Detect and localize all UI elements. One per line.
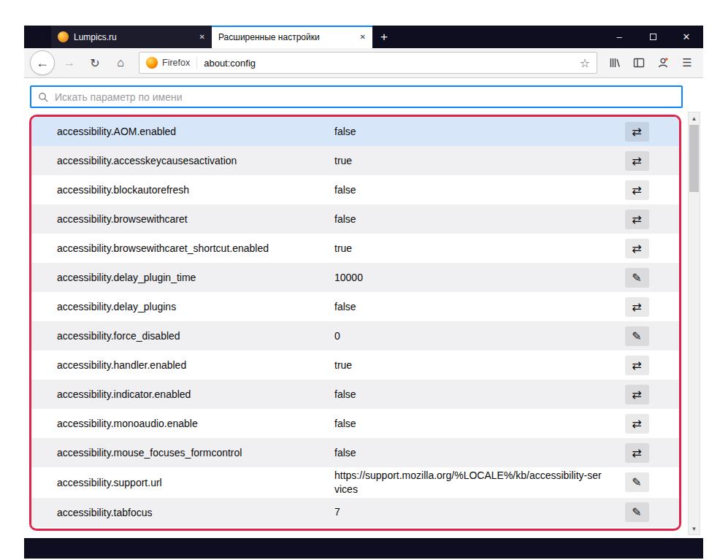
toggle-button[interactable]: ⇄ bbox=[625, 122, 649, 142]
tab-title: Lumpics.ru bbox=[74, 32, 117, 42]
bookmark-star-icon[interactable]: ☆ bbox=[580, 56, 590, 70]
pref-row[interactable]: accessibility.support.url https://suppor… bbox=[31, 467, 679, 498]
pref-name: accessibility.monoaudio.enable bbox=[57, 418, 334, 429]
pref-row[interactable]: accessibility.force_disabled 0 ✎ bbox=[31, 321, 679, 350]
pref-action-cell: ⇄ bbox=[615, 210, 659, 229]
lumpics-favicon-icon bbox=[58, 31, 69, 42]
edit-button[interactable]: ✎ bbox=[625, 502, 649, 522]
toggle-button[interactable]: ⇄ bbox=[625, 414, 649, 434]
pref-value: false bbox=[334, 446, 615, 460]
pref-action-cell: ⇄ bbox=[615, 443, 659, 463]
pref-row[interactable]: accessibility.browsewithcaret_shortcut.e… bbox=[31, 234, 679, 263]
minimize-button[interactable]: – bbox=[602, 26, 636, 48]
pref-value: false bbox=[334, 388, 615, 402]
close-button[interactable]: ✕ bbox=[670, 26, 703, 48]
home-button[interactable]: ⌂ bbox=[110, 52, 131, 74]
prefs-highlight-frame: accessibility.AOM.enabled false ⇄ access… bbox=[29, 115, 681, 531]
search-input[interactable]: Искать параметр по имени bbox=[30, 85, 683, 108]
tab-close-icon[interactable]: ✕ bbox=[199, 33, 205, 41]
pref-action-cell: ⇄ bbox=[615, 356, 659, 375]
pref-row[interactable]: accessibility.delay_plugins false ⇄ bbox=[31, 292, 679, 321]
pref-name: accessibility.tabfocus bbox=[57, 507, 334, 518]
library-icon[interactable] bbox=[605, 53, 625, 73]
reload-button[interactable]: ↻ bbox=[84, 52, 106, 74]
search-icon bbox=[38, 92, 48, 102]
scrollbar-thumb[interactable] bbox=[689, 125, 699, 192]
prefs-list: accessibility.AOM.enabled false ⇄ access… bbox=[31, 117, 679, 527]
edit-button[interactable]: ✎ bbox=[625, 472, 649, 492]
identity-box[interactable]: Firefox bbox=[146, 57, 197, 69]
pref-action-cell: ✎ bbox=[615, 472, 659, 492]
toggle-button[interactable]: ⇄ bbox=[625, 210, 649, 229]
account-icon[interactable] bbox=[653, 53, 673, 73]
url-bar[interactable]: Firefox about:config ☆ bbox=[139, 52, 597, 74]
pref-value: false bbox=[334, 212, 615, 226]
pref-row[interactable]: accessibility.indicator.enabled false ⇄ bbox=[31, 380, 679, 409]
pref-value: false bbox=[334, 300, 615, 314]
pref-name: accessibility.support.url bbox=[57, 477, 334, 488]
scroll-up-icon[interactable]: ▲ bbox=[689, 112, 700, 124]
pref-name: accessibility.AOM.enabled bbox=[57, 126, 334, 137]
firefox-icon bbox=[146, 57, 158, 69]
pref-action-cell: ✎ bbox=[615, 268, 659, 288]
pref-name: accessibility.delay_plugins bbox=[57, 301, 334, 312]
forward-button[interactable]: → bbox=[58, 52, 80, 74]
tab-advanced-settings[interactable]: Расширенные настройки ✕ bbox=[212, 26, 372, 48]
new-tab-button[interactable]: + bbox=[372, 26, 396, 48]
pref-value: true bbox=[334, 154, 615, 168]
browser-window: Lumpics.ru ✕ Расширенные настройки ✕ + –… bbox=[24, 26, 703, 559]
pref-value: 10000 bbox=[334, 271, 615, 285]
toggle-button[interactable]: ⇄ bbox=[625, 356, 649, 375]
tab-title: Расширенные настройки bbox=[218, 32, 320, 42]
window-controls: – ✕ bbox=[602, 26, 703, 48]
sidebar-icon[interactable] bbox=[629, 53, 649, 73]
pref-row[interactable]: accessibility.mouse_focuses_formcontrol … bbox=[31, 438, 679, 467]
nav-toolbar: ← → ↻ ⌂ Firefox about:config ☆ ☰ bbox=[24, 48, 703, 78]
menu-icon[interactable]: ☰ bbox=[677, 53, 697, 73]
pref-name: accessibility.delay_plugin_time bbox=[57, 272, 334, 283]
scroll-down-icon[interactable]: ▼ bbox=[689, 523, 700, 534]
tab-lumpics[interactable]: Lumpics.ru ✕ bbox=[51, 26, 212, 48]
pref-row[interactable]: accessibility.handler.enabled true ⇄ bbox=[31, 350, 679, 380]
pref-row[interactable]: accessibility.accesskeycausesactivation … bbox=[31, 146, 679, 175]
pref-value: true bbox=[334, 358, 615, 372]
pref-name: accessibility.browsewithcaret_shortcut.e… bbox=[57, 242, 334, 254]
pref-row[interactable]: accessibility.tabfocus 7 ✎ bbox=[31, 498, 679, 527]
pref-value: 7 bbox=[334, 505, 615, 519]
pref-action-cell: ✎ bbox=[615, 326, 659, 346]
pref-row[interactable]: accessibility.AOM.enabled false ⇄ bbox=[31, 117, 679, 146]
pref-row[interactable]: accessibility.delay_plugin_time 10000 ✎ bbox=[31, 263, 679, 292]
toggle-button[interactable]: ⇄ bbox=[625, 385, 649, 404]
pref-row[interactable]: accessibility.browsewithcaret false ⇄ bbox=[31, 204, 679, 234]
back-button[interactable]: ← bbox=[30, 50, 55, 75]
maximize-button[interactable] bbox=[636, 26, 670, 48]
pref-name: accessibility.mouse_focuses_formcontrol bbox=[57, 447, 334, 459]
tab-close-icon[interactable]: ✕ bbox=[360, 33, 366, 41]
toggle-button[interactable]: ⇄ bbox=[625, 443, 649, 463]
pref-name: accessibility.blockautorefresh bbox=[57, 184, 334, 196]
pref-action-cell: ⇄ bbox=[615, 151, 659, 171]
about-config-page: Искать параметр по имени accessibility.A… bbox=[24, 78, 703, 538]
pref-action-cell: ⇄ bbox=[615, 414, 659, 434]
toggle-button[interactable]: ⇄ bbox=[625, 151, 649, 171]
url-text[interactable]: about:config bbox=[204, 58, 572, 69]
pref-value: false bbox=[334, 125, 615, 139]
pref-name: accessibility.accesskeycausesactivation bbox=[57, 155, 334, 166]
pref-value: false bbox=[334, 183, 615, 197]
scrollbar[interactable]: ▲ ▼ bbox=[688, 112, 700, 535]
pref-row[interactable]: accessibility.blockautorefresh false ⇄ bbox=[31, 175, 679, 204]
toggle-button[interactable]: ⇄ bbox=[625, 239, 649, 258]
pref-row[interactable]: accessibility.monoaudio.enable false ⇄ bbox=[31, 409, 679, 438]
toggle-button[interactable]: ⇄ bbox=[625, 180, 649, 200]
pref-value: false bbox=[334, 417, 615, 431]
pref-name: accessibility.browsewithcaret bbox=[57, 213, 334, 225]
edit-button[interactable]: ✎ bbox=[625, 326, 649, 346]
toggle-button[interactable]: ⇄ bbox=[625, 297, 649, 317]
pref-name: accessibility.indicator.enabled bbox=[57, 388, 334, 400]
pref-action-cell: ✎ bbox=[615, 502, 659, 522]
pref-name: accessibility.force_disabled bbox=[57, 330, 334, 342]
edit-button[interactable]: ✎ bbox=[625, 268, 649, 288]
pref-action-cell: ⇄ bbox=[615, 297, 659, 317]
pref-action-cell: ⇄ bbox=[615, 239, 659, 258]
tab-bar: Lumpics.ru ✕ Расширенные настройки ✕ + –… bbox=[24, 26, 703, 48]
